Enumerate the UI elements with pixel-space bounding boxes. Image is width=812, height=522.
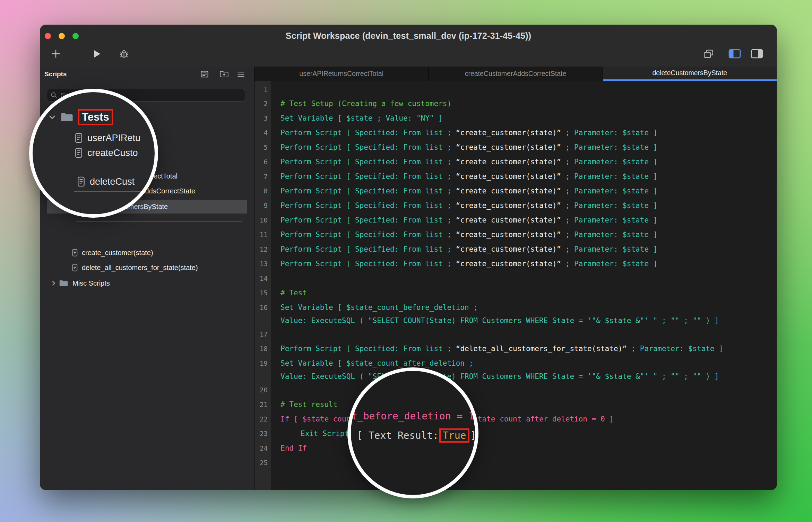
line-number: 23 [254,426,271,441]
script-step-17[interactable]: 17 [254,327,777,341]
script-step-18[interactable]: 18Perform Script [ Specified: From list … [254,341,777,356]
line-number: 8 [254,184,271,198]
script-step-13[interactable]: 13Perform Script [ Specified: From list … [254,256,777,271]
script-step-22[interactable]: 22If [ $state_count_before_deletion = 10… [254,412,777,426]
line-number: 12 [254,242,271,256]
magnified-script-row: userAPIRetu [75,132,140,144]
code-segment: “create_customer(state)” [456,260,561,268]
sidebar-magnifier: Tests userAPIRetu createCusto deleteCust [29,89,158,218]
sidebar-header: Scripts [40,67,254,82]
script-step-21[interactable]: 21# Test result [254,397,777,412]
script-icon [75,133,83,143]
script-icon [75,148,83,158]
code-segment: Set Variable [ $state_count_after_deleti… [280,359,473,367]
duplicate-window-button[interactable] [700,46,716,62]
code-segment: Perform Script [ Specified: From list ; [280,201,456,210]
tab-userAPIReturnsCorrectTotal[interactable]: userAPIReturnsCorrectTotal [254,67,429,81]
script-icon [72,249,78,256]
new-script-button[interactable] [48,46,64,62]
plus-icon [51,49,61,59]
editor-panel: userAPIReturnsCorrectTotalcreateCustomer… [254,67,777,490]
debug-script-button[interactable] [116,46,132,62]
script-step-6[interactable]: 6Perform Script [ Specified: From list ;… [254,155,777,169]
magnified-script-label: deleteCust [90,176,135,187]
code-segment: ; Parameter: $state ] [561,172,657,181]
true-result-annotation: True [439,428,469,443]
script-steps: 12# Test Setup (Creating a few customers… [254,82,777,470]
script-step-8[interactable]: 8Perform Script [ Specified: From list ;… [254,184,777,198]
code-segment: ; Parameter: $state ] [627,345,723,353]
tab-label: userAPIReturnsCorrectTotal [299,70,383,78]
code-segment: # Test [280,289,307,297]
script-step-23[interactable]: 23Exit Script [ Text Result: True ] [254,426,777,441]
chevron-right-icon [52,280,56,286]
list-view-icon [200,70,209,78]
magnified-script-label: createCusto [87,148,138,158]
line-number: 4 [254,125,271,140]
script-step-20[interactable]: 20 [254,383,777,397]
code-magnifier: t_before_deletion = 10 [ Text Result: Tr… [347,367,478,498]
magnified-script-row: deleteCust [77,175,135,188]
script-step-25[interactable]: 25 [254,455,777,470]
script-step-24[interactable]: 24End If [254,441,777,455]
line-number: 20 [254,383,271,397]
script-step-15[interactable]: 15# Test [254,286,777,300]
script-step-10[interactable]: 10Perform Script [ Specified: From list … [254,213,777,227]
code-segment: End If [280,444,307,452]
hamburger-icon [237,71,245,77]
script-step-12[interactable]: 12Perform Script [ Specified: From list … [254,242,777,256]
script-step-5[interactable]: 5Perform Script [ Specified: From list ;… [254,140,777,155]
script-icon [77,176,85,187]
toggle-right-pane-button[interactable] [749,46,765,62]
sidebar-title: Scripts [44,67,67,82]
magnified-tests-row: Tests [49,110,113,125]
code-segment: Set Variable [ $state_count_before_delet… [280,303,478,312]
line-number: 25 [254,455,271,470]
folder-item-misc-scripts[interactable]: Misc Scripts [47,276,247,290]
code-segment: Set Variable [ $state ; Value: "NY" ] [280,114,443,122]
code-segment: Value: ExecuteSQL ( "SELECT COUNT(State)… [280,316,719,325]
line-number: 9 [254,198,271,213]
line-number: 17 [254,327,271,341]
line-number: 6 [254,155,271,169]
script-step-7[interactable]: 7Perform Script [ Specified: From list ;… [254,169,777,184]
script-detail-view-button[interactable] [199,70,210,79]
code-segment: Value: ExecuteSQL ( "SELECT COUNT(State)… [280,372,719,381]
new-folder-button[interactable] [219,70,229,79]
script-step-3[interactable]: 3Set Variable [ $state ; Value: "NY" ] [254,111,777,125]
script-item-create-customer-state-[interactable]: create_customer(state) [47,246,247,260]
new-folder-icon [219,70,229,78]
script-step-2[interactable]: 2# Test Setup (Creating a few customers) [254,96,777,111]
script-item-delete-all-customers-for-state-state-[interactable]: delete_all_customers_for_state(state) [47,261,247,275]
code-segment: “create_customer(state)” [456,245,561,253]
tests-folder-annotation: Tests [78,109,113,125]
line-number: 24 [254,441,271,455]
code-segment: “create_customer(state)” [456,158,561,166]
tab-createCustomerAddsCorrectState[interactable]: createCustomerAddsCorrectState [429,67,603,81]
folder-icon [59,279,68,287]
code-segment: ; Parameter: $state ] [561,260,657,268]
window-title: Script Workspace (devin_test_small_dev (… [40,31,777,41]
line-number: 22 [254,412,271,426]
code-segment: Perform Script [ Specified: From list ; [280,187,456,195]
sidebar-menu-button[interactable] [236,70,246,79]
script-step-1[interactable]: 1 [254,82,777,96]
script-step-9[interactable]: 9Perform Script [ Specified: From list ;… [254,198,777,213]
line-number: 5 [254,140,271,155]
right-pane-icon [751,49,763,59]
chevron-right-icon[interactable] [52,280,56,286]
code-segment: ; Parameter: $state ] [561,245,657,253]
script-step-4[interactable]: 4Perform Script [ Specified: From list ;… [254,125,777,140]
script-step-19[interactable]: 19Set Variable [ $state_count_after_dele… [254,356,777,383]
script-step-11[interactable]: 11Perform Script [ Specified: From list … [254,227,777,242]
exit-script-text: [ Text Result: [357,430,439,441]
line-number: 1 [254,82,271,96]
run-script-button[interactable] [89,46,105,62]
code-segment: “create_customer(state)” [456,216,561,224]
toggle-left-pane-button[interactable] [727,46,743,62]
code-segment: Exit Script [301,429,349,438]
magnified-script-label: userAPIRetu [87,133,140,143]
script-step-16[interactable]: 16Set Variable [ $state_count_before_del… [254,300,777,327]
tab-deleteCustomersByState[interactable]: deleteCustomersByState [603,67,777,81]
script-step-14[interactable]: 14 [254,271,777,286]
